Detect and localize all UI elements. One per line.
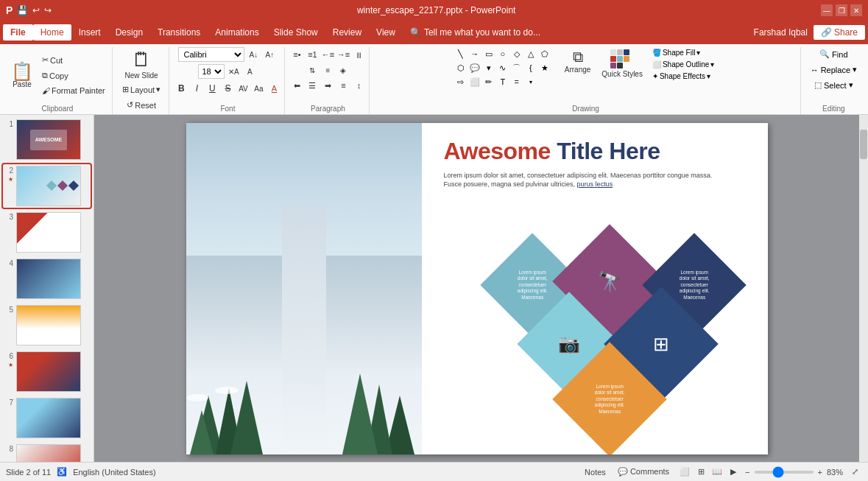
slide-thumb-3[interactable]: 3 ★ (3, 211, 91, 254)
save-icon[interactable]: 💾 (17, 5, 28, 15)
format-painter-button[interactable]: 🖌 Format Painter (38, 84, 109, 97)
arrange-button[interactable]: ⧉ Arrange (560, 47, 596, 75)
decrease-font-btn[interactable]: A↓ (246, 47, 261, 62)
minimize-button[interactable]: — (821, 4, 833, 16)
textbox-shape[interactable]: T (496, 75, 509, 88)
text-direction-btn[interactable]: ⇅ (305, 63, 320, 77)
copy-button[interactable]: ⧉ Copy (38, 69, 109, 82)
paste-button[interactable]: 📋 Paste (6, 59, 38, 92)
columns-btn[interactable]: ⫼ (351, 47, 366, 62)
reading-view-btn[interactable]: 📖 (710, 465, 724, 480)
numbering-btn[interactable]: ≡1 (305, 47, 320, 62)
shape-effects-button[interactable]: ✦ Shape Effects ▾ (649, 71, 717, 82)
slide-thumb-2[interactable]: 2 ★ (3, 164, 91, 208)
menu-design[interactable]: Design (108, 24, 150, 41)
smartart-btn[interactable]: ◈ (336, 63, 350, 77)
freeform-shape[interactable]: ✏ (482, 75, 495, 88)
menu-view[interactable]: View (369, 24, 403, 41)
menu-slideshow[interactable]: Slide Show (267, 24, 325, 41)
line-shape[interactable]: ╲ (454, 47, 467, 60)
zoom-in-icon[interactable]: + (818, 468, 822, 477)
slide-sorter-btn[interactable]: ⊞ (694, 465, 708, 480)
undo-icon[interactable]: ↩ (32, 5, 40, 15)
zoom-out-icon[interactable]: − (745, 468, 749, 477)
align-right-btn[interactable]: ➡ (320, 78, 335, 93)
fit-slide-btn[interactable]: ⤢ (847, 465, 862, 480)
menu-insert[interactable]: Insert (71, 24, 108, 41)
justify-btn[interactable]: ≡ (336, 78, 350, 93)
italic-button[interactable]: I (189, 81, 204, 96)
redo-icon[interactable]: ↪ (44, 5, 52, 15)
diamond-shape[interactable]: ◇ (510, 47, 523, 60)
block-arrow[interactable]: ⇨ (454, 75, 467, 88)
increase-indent-btn[interactable]: →≡ (336, 47, 350, 62)
underline-button[interactable]: U (205, 81, 219, 96)
share-button[interactable]: 🔗 Share (814, 25, 865, 40)
reset-button[interactable]: ↺ Reset (123, 98, 160, 112)
slide-thumb-4[interactable]: 4 ★ (3, 257, 91, 301)
strikethrough-button[interactable]: S (220, 81, 235, 96)
menu-review[interactable]: Review (325, 24, 369, 41)
scrollbar-thumb[interactable] (860, 130, 867, 159)
align-left-btn[interactable]: ⬅ (289, 78, 304, 93)
select-button[interactable]: ⬚ Select ▾ (809, 78, 858, 92)
cut-button[interactable]: ✂ Cut (38, 53, 109, 67)
callout-shape[interactable]: 💬 (468, 61, 481, 74)
slide-thumb-7[interactable]: 7 ★ (3, 396, 91, 440)
menu-file[interactable]: File (3, 24, 33, 41)
shapes-scroll[interactable]: ▾ (524, 75, 537, 88)
comments-button[interactable]: 💬 Comments (614, 466, 673, 478)
new-slide-button[interactable]: 🗒 New Slide (122, 47, 161, 81)
more-shapes[interactable]: ▾ (482, 61, 495, 74)
font-color-btn[interactable]: A (267, 81, 281, 96)
equation-shape[interactable]: = (510, 75, 523, 88)
layout-button[interactable]: ⊞ Layout ▾ (119, 82, 164, 96)
clear-formatting-btn[interactable]: ✕A (226, 64, 241, 79)
font-name-select[interactable]: Calibri (178, 47, 244, 62)
notes-button[interactable]: Notes (581, 466, 610, 478)
zoom-slider[interactable] (755, 471, 814, 474)
shape-fill-button[interactable]: 🪣 Shape Fill ▾ (649, 47, 717, 58)
brace-shape[interactable]: { (524, 61, 537, 74)
slide-thumb-8[interactable]: 8 ★ (3, 443, 91, 462)
slide-canvas[interactable]: Awesome Title Here Lorem ipsum dolor sit… (186, 123, 768, 454)
slide-show-btn[interactable]: ▶ (726, 465, 741, 480)
triangle-shape[interactable]: △ (524, 47, 537, 60)
shape-outline-button[interactable]: ⬜ Shape Outline ▾ (649, 59, 717, 70)
pentagon-shape[interactable]: ⬠ (538, 47, 551, 60)
curve-shape[interactable]: ∿ (496, 61, 509, 74)
change-case-btn[interactable]: Aa (251, 81, 266, 96)
replace-button[interactable]: ↔ Replace ▾ (805, 63, 862, 77)
quick-styles-button[interactable]: Quick Styles (598, 47, 646, 80)
menu-transitions[interactable]: Transitions (150, 24, 208, 41)
arrow-shape[interactable]: → (468, 47, 481, 60)
find-button[interactable]: 🔍 Find (814, 47, 853, 61)
text-spacing-btn[interactable]: AV (236, 81, 250, 96)
close-button[interactable]: ✕ (850, 4, 862, 16)
menu-tellme[interactable]: 🔍Tell me what you want to do... (403, 24, 548, 41)
v-scrollbar[interactable] (859, 115, 868, 462)
star-shape[interactable]: ★ (538, 61, 551, 74)
font-size-select[interactable]: 18 (198, 64, 225, 79)
rect-shape[interactable]: ▭ (482, 47, 495, 60)
line-spacing-btn[interactable]: ↕ (351, 78, 366, 93)
ellipse-shape[interactable]: ○ (496, 47, 509, 60)
bullets-btn[interactable]: ≡• (289, 47, 304, 62)
hexagon-shape[interactable]: ⬡ (454, 61, 467, 74)
restore-button[interactable]: ❐ (836, 4, 847, 16)
menu-animations[interactable]: Animations (208, 24, 266, 41)
flowchart-shape[interactable]: ⬜ (468, 75, 481, 88)
text-shadow-btn[interactable]: A (242, 64, 257, 79)
connector-shape[interactable]: ⌒ (510, 61, 523, 74)
menu-home[interactable]: Home (33, 24, 71, 41)
increase-font-btn[interactable]: A↑ (262, 47, 277, 62)
slide-thumb-6[interactable]: 6 ★ (3, 350, 91, 393)
normal-view-btn[interactable]: ⬜ (677, 465, 692, 480)
bold-button[interactable]: B (174, 81, 188, 96)
align-text-btn[interactable]: ≡ (320, 63, 335, 77)
slide-thumb-5[interactable]: 5 ★ (3, 303, 91, 347)
align-center-btn[interactable]: ☰ (305, 78, 320, 93)
slide-thumb-1[interactable]: 1 ★ AWESOME (3, 118, 91, 161)
decrease-indent-btn[interactable]: ←≡ (320, 47, 335, 62)
para-row3: ⬅ ☰ ➡ ≡ ↕ (289, 78, 366, 93)
